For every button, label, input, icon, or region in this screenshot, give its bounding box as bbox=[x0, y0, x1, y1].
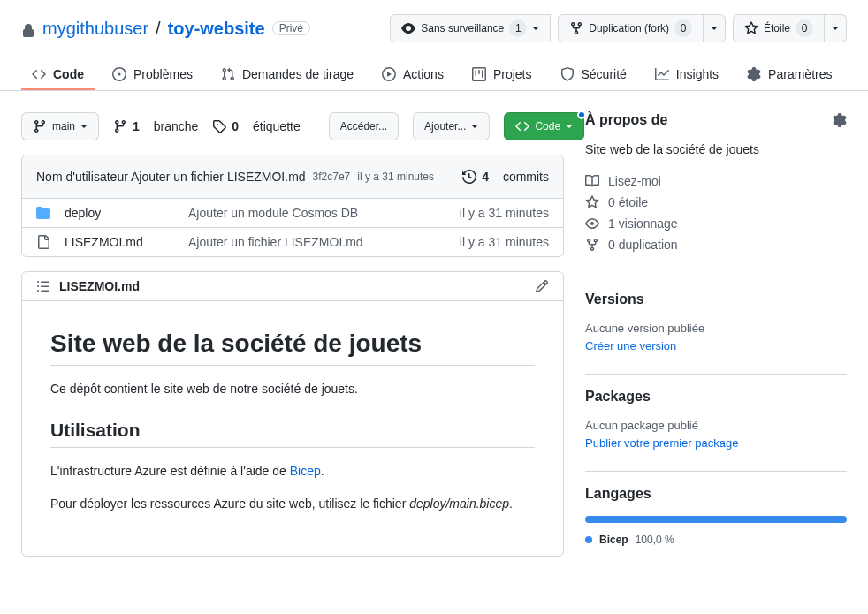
nav-pulls[interactable]: Demandes de tirage bbox=[210, 60, 364, 90]
readme-h2: Utilisation bbox=[50, 420, 535, 447]
languages-section: Langages Bicep 100,0 % bbox=[585, 471, 847, 546]
commit-author-msg: Nom d'utilisateur Ajouter un fichier LIS… bbox=[36, 170, 306, 184]
separator: / bbox=[156, 19, 161, 39]
list-icon bbox=[36, 279, 50, 293]
file-toolbar: main 1 branche 0 étiquette Accéder... Aj… bbox=[21, 112, 564, 140]
repo-link[interactable]: toy-website bbox=[168, 19, 265, 39]
watching-link[interactable]: 1 visionnage bbox=[585, 213, 847, 234]
branches-link[interactable]: 1 branche bbox=[113, 119, 198, 133]
star-icon bbox=[744, 21, 758, 35]
commits-link[interactable]: 4 commits bbox=[462, 170, 549, 184]
branch-icon bbox=[33, 119, 47, 133]
readme-p: Pour déployer les ressources Azure du si… bbox=[50, 495, 535, 513]
goto-button[interactable]: Accéder... bbox=[329, 112, 399, 140]
bicep-link[interactable]: Bicep bbox=[290, 464, 321, 478]
visibility-label: Privé bbox=[272, 21, 310, 35]
star-count: 0 bbox=[796, 19, 813, 37]
fork-icon bbox=[585, 238, 599, 252]
language-dot bbox=[585, 536, 592, 543]
nav-projects[interactable]: Projets bbox=[461, 60, 543, 90]
nav-actions[interactable]: Actions bbox=[371, 60, 454, 90]
history-icon bbox=[462, 170, 476, 184]
gear-icon[interactable] bbox=[833, 112, 847, 128]
fork-button[interactable]: Duplication (fork) 0 bbox=[558, 14, 704, 42]
releases-note: Aucune version publiée bbox=[585, 322, 847, 335]
fork-icon bbox=[569, 21, 583, 35]
caret-icon bbox=[566, 125, 573, 128]
forks-link[interactable]: 0 duplication bbox=[585, 234, 847, 255]
fork-dropdown[interactable] bbox=[704, 14, 726, 42]
releases-section: Versions Aucune version publiée Créer un… bbox=[585, 277, 847, 352]
readme-h1: Site web de la société de jouets bbox=[50, 330, 535, 366]
language-item[interactable]: Bicep 100,0 % bbox=[585, 534, 847, 546]
file-icon bbox=[36, 235, 50, 249]
commit-sha[interactable]: 3f2c7e7 bbox=[313, 171, 351, 183]
fork-count: 0 bbox=[674, 19, 692, 37]
readme-p: L'infrastructure Azure est définie à l'a… bbox=[50, 462, 535, 481]
file-message[interactable]: Ajouter un fichier LISEZMOI.md bbox=[188, 235, 460, 249]
nav-insights[interactable]: Insights bbox=[644, 60, 729, 90]
owner-link[interactable]: mygithubuser bbox=[42, 19, 148, 39]
caret-icon bbox=[832, 27, 839, 30]
caret-icon bbox=[711, 27, 718, 30]
star-dropdown[interactable] bbox=[825, 14, 847, 42]
file-name[interactable]: LISEZMOI.md bbox=[65, 235, 188, 249]
languages-title: Langages bbox=[585, 486, 847, 502]
commit-header: Nom d'utilisateur Ajouter un fichier LIS… bbox=[22, 155, 563, 199]
watch-group: Sans surveillance 1 bbox=[390, 14, 551, 42]
packages-note: Aucun package publié bbox=[585, 419, 847, 432]
about-desc: Site web de la société de jouets bbox=[585, 142, 847, 156]
nav-issues[interactable]: Problèmes bbox=[102, 60, 203, 90]
tag-icon bbox=[212, 119, 226, 133]
eye-icon bbox=[585, 216, 599, 231]
create-release-link[interactable]: Créer une version bbox=[585, 339, 676, 352]
caret-icon bbox=[471, 125, 478, 128]
nav-settings[interactable]: Paramètres bbox=[736, 60, 842, 90]
branch-select[interactable]: main bbox=[21, 112, 99, 140]
file-row[interactable]: LISEZMOI.md Ajouter un fichier LISEZMOI.… bbox=[22, 228, 563, 256]
star-icon bbox=[585, 195, 599, 209]
file-list: Nom d'utilisateur Ajouter un fichier LIS… bbox=[21, 155, 564, 257]
repo-title: mygithubuser / toy-website Privé bbox=[21, 19, 383, 39]
code-icon bbox=[515, 119, 529, 133]
file-time: il y a 31 minutes bbox=[460, 235, 549, 249]
tags-link[interactable]: 0 étiquette bbox=[212, 119, 300, 133]
caret-icon bbox=[532, 27, 539, 30]
readme-title: LISEZMOI.md bbox=[36, 279, 535, 293]
about-section: À propos de Site web de la société de jo… bbox=[585, 112, 847, 255]
packages-section: Packages Aucun package publié Publier vo… bbox=[585, 374, 847, 450]
stars-link[interactable]: 0 étoile bbox=[585, 192, 847, 213]
commit-time: il y a 31 minutes bbox=[357, 171, 434, 183]
file-name[interactable]: deploy bbox=[65, 206, 188, 220]
readme-link[interactable]: Lisez-moi bbox=[585, 171, 847, 192]
readme: LISEZMOI.md Site web de la société de jo… bbox=[21, 271, 564, 557]
file-row[interactable]: deploy Ajouter un module Cosmos DB il y … bbox=[22, 199, 563, 228]
watch-button[interactable]: Sans surveillance 1 bbox=[390, 14, 551, 42]
code-button[interactable]: Code bbox=[504, 112, 584, 140]
lock-icon bbox=[21, 19, 35, 39]
repo-nav: Code Problèmes Demandes de tirage Action… bbox=[0, 60, 868, 91]
file-time: il y a 31 minutes bbox=[460, 206, 549, 220]
language-bar bbox=[585, 516, 847, 523]
caret-icon bbox=[80, 125, 88, 128]
branch-icon bbox=[113, 119, 127, 133]
nav-code[interactable]: Code bbox=[21, 60, 95, 90]
readme-body: Site web de la société de jouets Ce dépô… bbox=[22, 301, 563, 556]
eye-icon bbox=[401, 21, 415, 35]
star-group: Étoile 0 bbox=[733, 14, 847, 42]
publish-package-link[interactable]: Publier votre premier package bbox=[585, 436, 738, 450]
releases-title: Versions bbox=[585, 292, 847, 307]
pencil-icon[interactable] bbox=[535, 279, 549, 293]
fork-group: Duplication (fork) 0 bbox=[558, 14, 726, 42]
nav-security[interactable]: Sécurité bbox=[550, 60, 637, 90]
book-icon bbox=[585, 174, 599, 188]
folder-icon bbox=[36, 206, 50, 220]
packages-title: Packages bbox=[585, 389, 847, 405]
file-message[interactable]: Ajouter un module Cosmos DB bbox=[188, 206, 460, 220]
watch-count: 1 bbox=[509, 19, 527, 37]
star-button[interactable]: Étoile 0 bbox=[733, 14, 825, 42]
add-button[interactable]: Ajouter... bbox=[413, 112, 490, 140]
readme-p: Ce dépôt contient le site web de notre s… bbox=[50, 380, 535, 398]
about-title: À propos de bbox=[585, 112, 847, 128]
